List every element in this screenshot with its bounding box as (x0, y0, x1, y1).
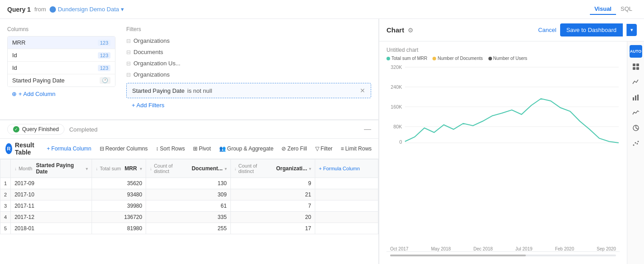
column-item-started-paying-date[interactable]: Started Paying Date 🕐 (8, 74, 115, 86)
status-text: Query Finished (22, 126, 59, 132)
unpivot-button[interactable]: ⟺ Unpivot (377, 144, 378, 154)
gear-icon[interactable]: ⚙ (408, 27, 414, 34)
pivot-icon: ⊞ (193, 146, 198, 152)
reorder-icon: ⊟ (100, 146, 104, 152)
x-label-2: May 2018 (431, 246, 451, 251)
cell-mrr-5: 81980 (92, 223, 146, 234)
chart-legend: Total sum of MRR Number of Documents Num… (386, 56, 620, 61)
sort-icon: ↕ (156, 146, 159, 152)
cell-month-1: 2017-09 (11, 178, 92, 189)
data-source-selector[interactable]: Dundersign Demo Data ▾ (50, 6, 124, 13)
add-filter-button[interactable]: + Add Filters (126, 98, 371, 112)
column-item-id1[interactable]: Id 123 (8, 49, 115, 62)
svg-text:160K: 160K (391, 105, 402, 109)
column-item-mrr[interactable]: MRR 123 (8, 36, 115, 49)
column-item-id2[interactable]: Id 123 (8, 62, 115, 74)
row-num-5: 5 (0, 223, 11, 234)
row-num-3: 3 (0, 200, 11, 212)
add-column-button[interactable]: ⊕ + Add Column (7, 87, 115, 101)
save-dropdown-button[interactable]: ▾ (626, 24, 637, 36)
column-type-date: 🕐 (100, 77, 110, 84)
query-from-label: from (34, 6, 46, 13)
chart-line-mrr (405, 99, 619, 143)
th-label-totalsum: Total sum (100, 166, 121, 171)
data-table: ↓ Month Started Paying Date ▾ ↓ (0, 159, 378, 234)
completed-label: Completed (69, 126, 97, 133)
chart-panel: Chart ⚙ Cancel Save to Dashboard ▾ Untit… (379, 19, 644, 264)
group-label: Group & Aggregate (227, 146, 274, 152)
chart-header-actions: Cancel Save to Dashboard ▾ (538, 23, 637, 36)
svg-rect-10 (633, 64, 635, 66)
add-column-label: + Add Column (18, 91, 55, 97)
cell-mrr-2: 93480 (92, 189, 146, 200)
reorder-columns-button[interactable]: ⊟ Reorder Columns (97, 144, 151, 154)
save-to-dashboard-button[interactable]: Save to Dashboard (560, 23, 623, 36)
th-mrr[interactable]: ↓ Total sum MRR ▾ (92, 159, 146, 178)
chart-subtitle: Untitled chart (386, 47, 620, 53)
filter-close-icon[interactable]: ✕ (360, 87, 365, 94)
svg-text:80K: 80K (393, 124, 402, 129)
column-name-mrr: MRR (12, 39, 98, 46)
result-icon: R (5, 143, 12, 154)
result-toolbar: R Result Table + Formula Column ⊟ Reorde… (0, 139, 378, 159)
chart-type-bar[interactable] (630, 91, 642, 104)
th-dropdown-doc[interactable]: ▾ (225, 166, 227, 171)
plus-icon-formula: + (47, 146, 50, 152)
data-source-dot (50, 6, 56, 13)
limit-rows-button[interactable]: ≡ Limit Rows (337, 144, 375, 154)
column-name-id1: Id (12, 52, 98, 59)
cell-month-3: 2017-11 (11, 200, 92, 212)
formula-column-button[interactable]: + Formula Column (44, 144, 95, 154)
chart-type-auto[interactable]: AUTO (630, 45, 642, 58)
zero-fill-button[interactable]: ⊘ Zero Fill (278, 144, 310, 154)
formula-column-label: Formula Column (51, 146, 92, 152)
th-formula[interactable]: + Formula Column (315, 159, 378, 178)
filter-chip-started-paying[interactable]: Started Paying Date is not null ✕ (126, 83, 371, 98)
chart-svg-area: 320K 240K 160K 80K 0 (386, 63, 620, 246)
cell-doc-1: 130 (146, 178, 230, 189)
th-org-count[interactable]: ↓ Count of distinct Organizati... ▾ (230, 159, 315, 178)
minimize-button[interactable]: — (364, 125, 371, 133)
group-aggregate-button[interactable]: 👥 Group & Aggregate (216, 144, 277, 154)
result-title-area: R Result Table (5, 141, 40, 156)
app-container: Query 1 from Dundersign Demo Data ▾ Visu… (0, 0, 644, 264)
chart-type-pie[interactable] (630, 122, 642, 134)
query-title: Query 1 (7, 6, 31, 13)
chart-title: Chart (386, 26, 404, 34)
cell-formula-4 (315, 212, 378, 223)
legend-label-mrr: Total sum of MRR (391, 56, 427, 61)
column-type-mrr: 123 (98, 40, 110, 46)
filter-icon: ▽ (315, 146, 319, 152)
legend-item-docs: Number of Documents (432, 56, 483, 61)
chart-type-line[interactable] (630, 76, 642, 88)
th-dropdown-mrr[interactable]: ▾ (140, 166, 142, 171)
filters-section: Filters ⊟ Organizations ⊟ Documents ⊟ Or (126, 26, 371, 112)
chart-scroll-bar[interactable] (386, 251, 620, 259)
scroll-thumb[interactable] (390, 255, 526, 256)
columns-section: Columns MRR 123 Id 123 Id 123 (7, 26, 115, 112)
pivot-button[interactable]: ⊞ Pivot (190, 144, 214, 154)
column-type-id2: 123 (98, 65, 110, 71)
th-name-doc: Document... (192, 165, 223, 172)
chart-svg: 320K 240K 160K 80K 0 (386, 63, 620, 148)
chart-type-scatter[interactable] (630, 137, 642, 150)
svg-rect-14 (633, 97, 634, 100)
tab-visual[interactable]: Visual (590, 4, 616, 15)
chart-type-area[interactable] (630, 106, 642, 119)
chart-type-table[interactable] (630, 60, 642, 73)
th-dropdown-month[interactable]: ▾ (86, 166, 88, 171)
group-icon: 👥 (219, 146, 226, 152)
th-month[interactable]: ↓ Month Started Paying Date ▾ (11, 159, 92, 178)
data-table-container[interactable]: ↓ Month Started Paying Date ▾ ↓ (0, 159, 378, 264)
tab-sql[interactable]: SQL (616, 4, 637, 15)
filters-section-title: Filters (126, 26, 371, 32)
filter-button[interactable]: ▽ Filter (312, 144, 336, 154)
legend-label-users: Number of Users (493, 56, 528, 61)
cancel-button[interactable]: Cancel (538, 27, 556, 33)
th-dropdown-org[interactable]: ▾ (309, 166, 311, 171)
table-row: 5 2018-01 81980 255 17 (0, 223, 378, 234)
sort-rows-button[interactable]: ↕ Sort Rows (153, 144, 188, 154)
th-doc-count[interactable]: ↓ Count of distinct Document... ▾ (146, 159, 230, 178)
status-dot-icon (13, 126, 19, 132)
svg-text:0: 0 (399, 140, 402, 145)
